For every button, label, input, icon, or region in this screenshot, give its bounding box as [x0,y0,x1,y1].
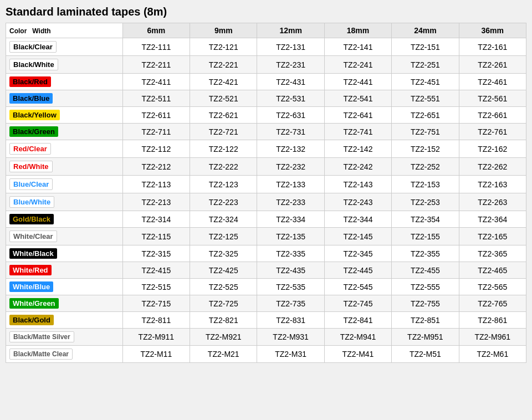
code-cell: TZ2-142 [324,140,391,158]
page-title: Standard laminated tapes (8m) [6,6,526,18]
color-cell: Black/Red [6,74,123,90]
code-cell: TZ2-M41 [324,346,391,363]
code-cell: TZ2-223 [190,193,257,211]
color-label: Red/White [9,161,53,172]
color-label: Black/Yellow [9,110,60,120]
color-cell: White/Blue [6,279,123,295]
tape-table: Color Width 6mm 9mm 12mm 18mm 24mm 36mm … [6,23,526,363]
table-row: Blue/ClearTZ2-113TZ2-123TZ2-133TZ2-143TZ… [6,176,526,193]
code-cell: TZ2-112 [122,140,190,158]
color-label: White/Green [9,298,59,309]
table-row: Black/GoldTZ2-811TZ2-821TZ2-831TZ2-841TZ… [6,312,526,329]
code-cell: TZ2-545 [324,279,391,295]
color-label: Red/Clear [9,143,51,155]
code-cell: TZ2-M911 [122,329,190,346]
table-row: White/RedTZ2-415TZ2-425TZ2-435TZ2-445TZ2… [6,262,526,279]
code-cell: TZ2-315 [122,245,190,262]
code-cell: TZ2-141 [324,38,391,56]
code-cell: TZ2-151 [392,38,459,56]
code-cell: TZ2-525 [190,279,257,295]
color-cell: White/Green [6,295,123,312]
code-cell: TZ2-153 [392,176,459,193]
code-cell: TZ2-334 [257,211,324,228]
code-cell: TZ2-161 [459,38,526,56]
code-cell: TZ2-262 [459,158,526,176]
code-cell: TZ2-M961 [459,329,526,346]
code-cell: TZ2-122 [190,140,257,158]
color-label: White/Black [9,248,57,259]
color-cell: Black/Matte Silver [6,329,123,346]
code-cell: TZ2-735 [257,295,324,312]
color-label: White/Blue [9,281,53,292]
color-cell: Black/Gold [6,312,123,329]
code-cell: TZ2-641 [324,107,391,124]
code-cell: TZ2-145 [324,228,391,245]
table-row: Black/RedTZ2-411TZ2-421TZ2-431TZ2-441TZ2… [6,74,526,90]
table-row: White/BlackTZ2-315TZ2-325TZ2-335TZ2-345T… [6,245,526,262]
code-cell: TZ2-132 [257,140,324,158]
code-cell: TZ2-232 [257,158,324,176]
code-cell: TZ2-233 [257,193,324,211]
code-cell: TZ2-611 [122,107,190,124]
code-cell: TZ2-465 [459,262,526,279]
code-cell: TZ2-113 [122,176,190,193]
table-row: Red/ClearTZ2-112TZ2-122TZ2-132TZ2-142TZ2… [6,140,526,158]
code-cell: TZ2-651 [392,107,459,124]
color-label: Black/Blue [9,93,53,104]
code-cell: TZ2-162 [459,140,526,158]
code-cell: TZ2-242 [324,158,391,176]
code-cell: TZ2-143 [324,176,391,193]
code-cell: TZ2-325 [190,245,257,262]
code-cell: TZ2-721 [190,124,257,140]
code-cell: TZ2-711 [122,124,190,140]
code-cell: TZ2-451 [392,74,459,90]
code-cell: TZ2-555 [392,279,459,295]
color-label: Black/White [9,59,58,70]
color-cell: Gold/Black [6,211,123,228]
code-cell: TZ2-324 [190,211,257,228]
color-label: Black/Green [9,126,58,137]
color-cell: Red/White [6,158,123,176]
code-cell: TZ2-364 [459,211,526,228]
code-cell: TZ2-345 [324,245,391,262]
code-cell: TZ2-841 [324,312,391,329]
code-cell: TZ2-765 [459,295,526,312]
code-cell: TZ2-241 [324,56,391,74]
header-36mm: 36mm [459,23,526,38]
code-cell: TZ2-531 [257,90,324,107]
color-cell: Blue/White [6,193,123,211]
code-cell: TZ2-152 [392,140,459,158]
color-cell: Black/Yellow [6,107,123,124]
header-24mm: 24mm [392,23,459,38]
table-row: Blue/WhiteTZ2-213TZ2-223TZ2-233TZ2-243TZ… [6,193,526,211]
code-cell: TZ2-344 [324,211,391,228]
color-label: Gold/Black [9,214,54,224]
code-cell: TZ2-261 [459,56,526,74]
header-12mm: 12mm [257,23,324,38]
table-row: Black/WhiteTZ2-211TZ2-221TZ2-231TZ2-241T… [6,56,526,74]
code-cell: TZ2-163 [459,176,526,193]
code-cell: TZ2-535 [257,279,324,295]
header-9mm: 9mm [190,23,257,38]
code-cell: TZ2-314 [122,211,190,228]
code-cell: TZ2-861 [459,312,526,329]
code-cell: TZ2-125 [190,228,257,245]
code-cell: TZ2-725 [190,295,257,312]
code-cell: TZ2-521 [190,90,257,107]
code-cell: TZ2-155 [392,228,459,245]
code-cell: TZ2-751 [392,124,459,140]
color-cell: Black/White [6,56,123,74]
code-cell: TZ2-365 [459,245,526,262]
table-row: Black/Matte ClearTZ2-M11TZ2-M21TZ2-M31TZ… [6,346,526,363]
color-label: Black/Red [9,76,51,87]
code-cell: TZ2-M61 [459,346,526,363]
table-header-row: Color Width 6mm 9mm 12mm 18mm 24mm 36mm [6,23,526,38]
table-row: Black/BlueTZ2-511TZ2-521TZ2-531TZ2-541TZ… [6,90,526,107]
code-cell: TZ2-243 [324,193,391,211]
code-cell: TZ2-123 [190,176,257,193]
color-width-header: Color Width [6,23,123,38]
color-cell: Blue/Clear [6,176,123,193]
code-cell: TZ2-551 [392,90,459,107]
color-label: White/Clear [9,231,57,242]
code-cell: TZ2-221 [190,56,257,74]
